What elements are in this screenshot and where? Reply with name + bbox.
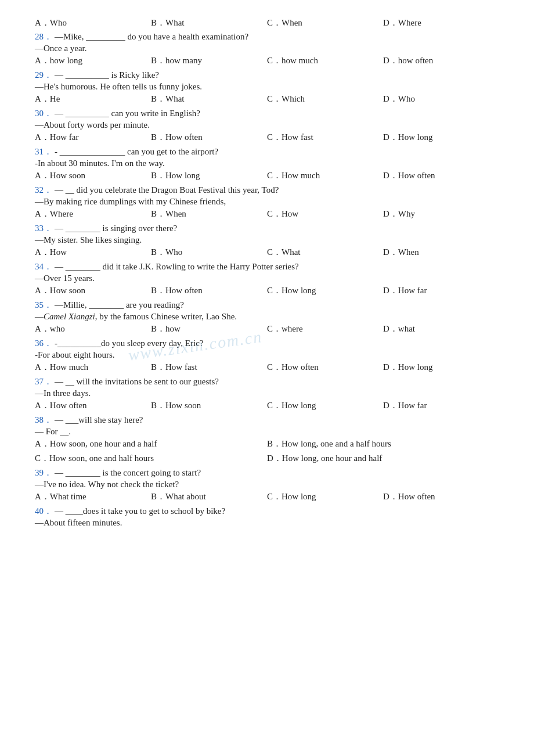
option-item: C．How much [267, 170, 383, 181]
option-item: A．Where [35, 208, 151, 219]
question-number: 37． [35, 376, 52, 387]
question-line: 35．—Millie, ________ are you reading? [35, 300, 499, 311]
top-options-row: A．Who B．What C．When D．Where [35, 17, 499, 28]
options-row: A．How soonB．How longC．How muchD．How ofte… [35, 170, 499, 181]
option-item: C．How long [267, 400, 383, 411]
answer-line: -In about 30 minutes. I'm on the way. [35, 159, 499, 168]
question-block: 32．— __ did you celebrate the Dragon Boa… [35, 185, 499, 219]
answer-line: — For __. [35, 427, 499, 437]
question-number: 40． [35, 506, 52, 517]
answer-line: —I've no idea. Why not check the ticket? [35, 480, 499, 489]
question-text: — __ did you celebrate the Dragon Boat F… [55, 185, 499, 195]
option-item: B．How often [151, 285, 267, 296]
option-item: D．When [383, 247, 499, 258]
answer-line: —About forty words per minute. [35, 120, 499, 130]
question-text: -__________do you sleep every day, Eric? [55, 339, 499, 348]
question-block: 31．- _______________ can you get to the … [35, 146, 499, 181]
question-block: 34．— ________ did it take J.K. Rowling t… [35, 261, 499, 296]
option-item: B．how [151, 323, 267, 334]
option-item: C．How soon, one and half hours [35, 453, 267, 464]
option-item: D．How long [383, 132, 499, 143]
option-item: B．What about [151, 491, 267, 502]
question-text: —Mike, _________ do you have a health ex… [55, 32, 499, 42]
option-item: B．how many [151, 55, 267, 66]
question-number: 35． [35, 300, 52, 311]
option-item: D．How long [383, 362, 499, 373]
option-item: A．How soon [35, 170, 151, 181]
question-number: 30． [35, 108, 52, 119]
answer-line: —My sister. She likes singing. [35, 235, 499, 245]
question-block: 38．— ___will she stay here?— For __.A．Ho… [35, 415, 499, 464]
question-text: — ________ is singing over there? [55, 224, 499, 233]
option-item: B．How long, one and a half hours [267, 438, 499, 449]
top-option-a: A．Who [35, 17, 151, 28]
question-line: 40．— ____does it take you to get to scho… [35, 506, 499, 517]
question-text: — ___will she stay here? [55, 415, 499, 425]
question-number: 39． [35, 467, 52, 478]
question-block: 30．— __________ can you write in English… [35, 108, 499, 143]
questions-container: 28．—Mike, _________ do you have a health… [35, 31, 499, 528]
question-text: — ________ did it take J.K. Rowling to w… [55, 262, 499, 272]
question-number: 31． [35, 146, 52, 157]
option-item: C．How [267, 208, 383, 219]
options-row: A．How muchB．How fastC．How oftenD．How lon… [35, 362, 499, 373]
option-item: D．How far [383, 285, 499, 296]
option-item: C．Which [267, 93, 383, 105]
question-text: — __________ is Ricky like? [55, 70, 499, 80]
option-item: C．How often [267, 362, 383, 373]
option-item: C．How long [267, 491, 383, 502]
options-row: A．HowB．WhoC．WhatD．When [35, 247, 499, 258]
option-item: A．How [35, 247, 151, 258]
option-item: D．How long, one hour and half [267, 453, 499, 464]
question-line: 32．— __ did you celebrate the Dragon Boa… [35, 185, 499, 196]
question-number: 33． [35, 223, 52, 234]
question-number: 36． [35, 338, 52, 349]
question-text: — __________ can you write in English? [55, 109, 499, 118]
option-item: A．He [35, 93, 151, 105]
question-line: 34．— ________ did it take J.K. Rowling t… [35, 261, 499, 272]
question-text: — ____does it take you to get to school … [55, 506, 499, 516]
option-item: C．how much [267, 55, 383, 66]
answer-line: —Once a year. [35, 44, 499, 53]
option-item: D．How far [383, 400, 499, 411]
question-block: 35．—Millie, ________ are you reading?—Ca… [35, 300, 499, 334]
question-line: 39．— ________ is the concert going to st… [35, 467, 499, 478]
question-line: 31．- _______________ can you get to the … [35, 146, 499, 157]
question-line: 30．— __________ can you write in English… [35, 108, 499, 119]
options-row: A．HeB．WhatC．WhichD．Who [35, 93, 499, 105]
top-option-b: B．What [151, 17, 267, 28]
question-line: 28．—Mike, _________ do you have a health… [35, 31, 499, 42]
option-item: A．who [35, 323, 151, 334]
question-number: 32． [35, 185, 52, 196]
answer-line: —Camel Xiangzi, by the famous Chinese wr… [35, 312, 499, 322]
question-text: —Millie, ________ are you reading? [55, 300, 499, 310]
question-text: — __ will the invitations be sent to our… [55, 377, 499, 387]
answer-line: -For about eight hours. [35, 350, 499, 360]
question-line: 37．— __ will the invitations be sent to … [35, 376, 499, 387]
option-item: B．How long [151, 170, 267, 181]
option-item: B．How soon [151, 400, 267, 411]
question-block: 33．— ________ is singing over there?—My … [35, 223, 499, 258]
answer-line: —He's humorous. He often tells us funny … [35, 82, 499, 92]
options-row: A．How soon, one hour and a halfB．How lon… [35, 438, 499, 449]
option-item: D．How often [383, 170, 499, 181]
option-item: A．How soon [35, 285, 151, 296]
question-block: 29．— __________ is Ricky like?—He's humo… [35, 70, 499, 105]
option-item: C．How fast [267, 132, 383, 143]
option-item: D．what [383, 323, 499, 334]
option-item: B．When [151, 208, 267, 219]
question-line: 38．— ___will she stay here? [35, 415, 499, 426]
option-item: A．How far [35, 132, 151, 143]
question-number: 28． [35, 31, 52, 42]
option-item: B．Who [151, 247, 267, 258]
question-block: 28．—Mike, _________ do you have a health… [35, 31, 499, 66]
options-row: A．What timeB．What aboutC．How longD．How o… [35, 491, 499, 502]
option-item: D．Who [383, 93, 499, 105]
option-item: C．where [267, 323, 383, 334]
question-text: - _______________ can you get to the air… [55, 147, 499, 157]
option-item: A．How soon, one hour and a half [35, 438, 267, 449]
option-item: B．How often [151, 132, 267, 143]
options-row: A．How soonB．How oftenC．How longD．How far [35, 285, 499, 296]
option-item: D．How often [383, 491, 499, 502]
question-number: 38． [35, 415, 52, 426]
